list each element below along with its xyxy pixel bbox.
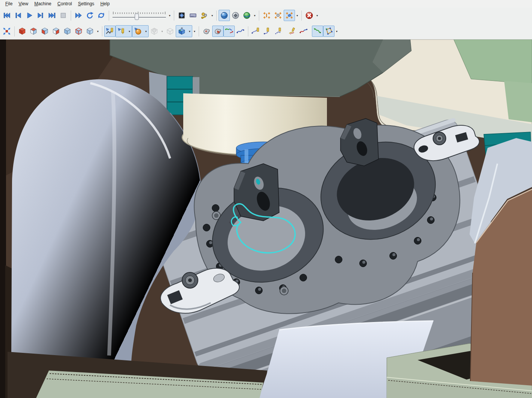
stock-cube-6-button[interactable]: [73, 26, 84, 37]
compare-mesh-button[interactable]: [284, 10, 295, 21]
path-multicolor-icon: [225, 27, 234, 36]
skip-to-end-icon: [48, 11, 56, 20]
restart-simulation-button[interactable]: [84, 10, 96, 21]
stock-box-active-dropdown[interactable]: ▾: [187, 26, 192, 37]
workpiece-view-button[interactable]: [230, 10, 241, 21]
nc-program-button[interactable]: [176, 10, 187, 21]
material-blob-icon: [202, 27, 211, 36]
material-blob-arrow-icon: [213, 27, 222, 36]
material-removal-arrow-button[interactable]: [212, 26, 223, 37]
menu-view[interactable]: View: [15, 0, 31, 7]
world-view-icon: [243, 11, 251, 20]
fit-view-button[interactable]: [1, 26, 12, 37]
stock-cube-7-button[interactable]: [84, 26, 96, 37]
machine-settings-button[interactable]: [199, 10, 210, 21]
play-icon: [25, 11, 33, 20]
stock-sphere-icon: [134, 27, 143, 36]
world-view-button[interactable]: [241, 10, 252, 21]
separator: [216, 11, 217, 21]
machine-view-icon: [220, 11, 228, 20]
path-spline-button[interactable]: [235, 26, 246, 37]
reset-simulation-button[interactable]: [96, 10, 107, 21]
toolbar-view: ▾ ▾ ▾ ▾ ▾ ▾ ▾: [0, 23, 532, 39]
cube-red-icon: [18, 27, 27, 36]
stock-cube-2-button[interactable]: [28, 26, 39, 37]
path-segments-button[interactable]: [223, 26, 235, 37]
menu-machine[interactable]: Machine: [31, 0, 54, 7]
tool-display-button[interactable]: [116, 26, 127, 37]
step-back-icon: [14, 11, 22, 20]
stock-box-plain-button[interactable]: [164, 26, 176, 37]
compare-mesh-icon: [285, 11, 293, 20]
separator: [199, 26, 199, 36]
toolpath-points-icon: [274, 27, 283, 36]
stock-cube-4-button[interactable]: [50, 26, 62, 37]
view-dropdown[interactable]: ▾: [252, 10, 257, 21]
skip-to-start-button[interactable]: [1, 10, 12, 21]
cubes-dropdown[interactable]: ▾: [96, 26, 100, 37]
toolpath-tilted-tool-button[interactable]: [287, 26, 298, 37]
clamp-lug-right: [340, 118, 378, 166]
separator: [14, 26, 15, 36]
stop-button[interactable]: [58, 10, 69, 21]
menu-control[interactable]: Control: [55, 0, 75, 7]
menu-file[interactable]: File: [2, 0, 15, 7]
skip-to-end-button[interactable]: [46, 10, 58, 21]
separator: [301, 11, 302, 21]
speed-slider-ticks: [111, 10, 167, 21]
stock-display-button[interactable]: [132, 26, 144, 37]
stop-icon: [59, 11, 67, 20]
stock-display-dropdown[interactable]: ▾: [144, 26, 148, 37]
fast-forward-button[interactable]: [73, 10, 84, 21]
compare-dropdown[interactable]: ▾: [295, 10, 299, 21]
toolpaths-dropdown[interactable]: ▾: [334, 26, 339, 37]
stock-cube-1-button[interactable]: [17, 26, 28, 37]
compare-sphere-icon: [274, 11, 282, 20]
toolpath-red-blue-button[interactable]: [298, 26, 309, 37]
toolpath-from-tool-button[interactable]: [261, 26, 273, 37]
tool-display-dropdown[interactable]: ▾: [127, 26, 132, 37]
clamp-lug-left: [234, 164, 279, 221]
menu-settings[interactable]: Settings: [75, 0, 97, 7]
stock-cube-5-button[interactable]: [62, 26, 73, 37]
toolpath-polygon-button[interactable]: [323, 26, 334, 37]
display-more-dropdown[interactable]: ▾: [192, 26, 197, 37]
toolpath-tool-mode-button[interactable]: [104, 26, 116, 37]
stop-on-error-dropdown[interactable]: ▾: [315, 10, 319, 21]
single-step-back-button[interactable]: [12, 10, 24, 21]
speed-dropdown[interactable]: ▾: [167, 10, 172, 21]
settings-dropdown[interactable]: ▾: [210, 10, 214, 21]
speed-slider-handle[interactable]: [135, 14, 139, 20]
path-blue-icon: [236, 27, 245, 36]
menu-help[interactable]: Help: [97, 0, 113, 7]
stop-on-error-button[interactable]: [304, 10, 315, 21]
compare-points-button[interactable]: [261, 10, 272, 21]
toolpath-points-button[interactable]: [273, 26, 284, 37]
stock-box-sphere-dropdown[interactable]: ▾: [160, 26, 164, 37]
sage-panel-side: [504, 81, 532, 122]
stock-cube-3-button[interactable]: [39, 26, 50, 37]
box-sphere-icon: [150, 27, 159, 36]
toolpath-with-tool-button[interactable]: [250, 26, 261, 37]
compare-points-icon: [263, 11, 271, 20]
single-step-forward-button[interactable]: [35, 10, 46, 21]
menu-bar: File View Machine Control Settings Help: [0, 0, 532, 8]
stock-box-sphere-button[interactable]: [149, 26, 160, 37]
stock-box-active-button[interactable]: [176, 26, 187, 37]
separator: [102, 26, 102, 36]
machine-view-button[interactable]: [219, 10, 230, 21]
stock-box-active-group: ▾: [176, 25, 192, 37]
speed-slider[interactable]: [111, 10, 167, 21]
toolpath-green-button[interactable]: [312, 26, 323, 37]
stock-display-group: ▾: [132, 25, 149, 37]
material-removal-button[interactable]: [201, 26, 212, 37]
play-button[interactable]: [24, 10, 35, 21]
control-panel-icon: [189, 11, 197, 20]
control-panel-button[interactable]: [187, 10, 199, 21]
compare-sphere-button[interactable]: [272, 10, 284, 21]
viewport-3d[interactable]: [0, 39, 532, 398]
cube-red-top-icon: [29, 27, 38, 36]
toolpath-red-blue-icon: [299, 27, 308, 36]
workpiece-view-icon: [231, 11, 240, 20]
separator: [248, 26, 248, 36]
